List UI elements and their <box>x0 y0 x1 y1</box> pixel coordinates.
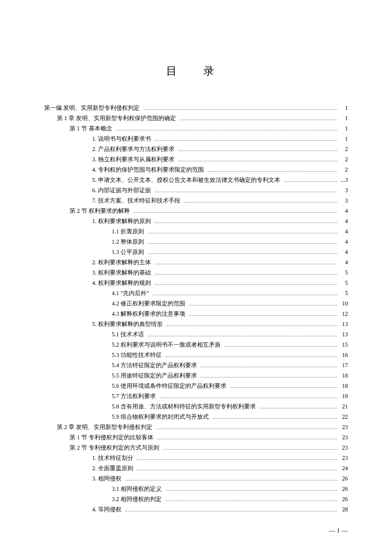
toc-leader <box>155 140 337 141</box>
toc-entry: 1.2 整体原则4 <box>44 237 348 247</box>
toc-entry-text: 第 2 节 专利侵权判定的方式与原则 <box>70 443 159 453</box>
toc-entry: 第 2 节 专利侵权判定的方式与原则23 <box>44 443 348 453</box>
toc-leader <box>189 315 337 316</box>
toc-leader <box>230 387 337 388</box>
toc-entry: 第一编 发明、实用新型专利侵权判定1 <box>44 103 348 113</box>
toc-entry: 第 1 节 基本概念1 <box>44 124 348 134</box>
toc-entry-text: 第 1 节 基本概念 <box>70 124 112 134</box>
toc-entry-page: ...3 <box>339 175 348 185</box>
toc-entry: 5.9 组合物权利要求的封闭式与开放式22 <box>44 412 348 422</box>
toc-entry: 第 2 章 发明、实用新型专利侵权判定23 <box>44 422 348 432</box>
toc-entry-text: 5.6 使用环境或条件特征限定的产品权利要求 <box>112 381 226 391</box>
toc-entry-text: 2. 权利要求解释的主体 <box>92 257 151 268</box>
toc-entry: 2. 产品权利要求与方法权利要求2 <box>44 144 348 154</box>
toc-entry: 1.1 折衷原则4 <box>44 227 348 237</box>
toc-leader <box>224 346 337 347</box>
toc-entry: 5.2 权利要求与说明书不一致或者相互矛盾15 <box>44 340 348 350</box>
toc-entry-page: 4 <box>339 227 348 237</box>
toc-entry-page: 23 <box>339 453 348 463</box>
toc-entry-page: 3 <box>339 196 348 206</box>
toc-entry-page: 2 <box>339 144 348 154</box>
toc-entry: 4. 专利权的保护范围与权利要求限定的范围2 <box>44 165 348 175</box>
toc-entry: 5. 申请文本、公开文本、授权公告文本和被生效法律文书确定的专利文本...3 <box>44 175 348 185</box>
toc-leader <box>260 408 337 408</box>
toc-leader <box>144 109 337 110</box>
toc-leader <box>155 274 337 275</box>
toc-entry: 7. 技术方案、技术特征和技术手段3 <box>44 196 348 206</box>
toc-leader <box>137 470 337 470</box>
toc-entry: 4.2 修正权利要求限定的范围10 <box>44 299 348 309</box>
toc-entry-text: 1. 说明书与权利要求书 <box>92 134 151 144</box>
toc-entry: 3. 权利要求解释的基础5 <box>44 268 348 278</box>
toc-leader <box>284 181 337 182</box>
toc-entry-text: 2. 全面覆盖原则 <box>92 463 133 474</box>
toc-entry-text: 4.2 修正权利要求限定的范围 <box>112 299 185 309</box>
toc-entry-text: 4. 等同侵权 <box>92 505 122 515</box>
toc-entry: 6. 内部证据与外部证据3 <box>44 185 348 196</box>
toc-entry-page: 4 <box>339 247 348 257</box>
toc-entry-page: 23 <box>339 422 348 432</box>
toc-entry-page: 12 <box>339 309 348 319</box>
toc-leader <box>160 398 337 398</box>
toc-entry: 5.4 方法特征限定的产品权利要求17 <box>44 360 348 371</box>
toc-leader <box>166 356 337 357</box>
toc-entry: 5. 权利要求解释的典型情形13 <box>44 319 348 329</box>
toc-entry-page: 26 <box>339 494 348 505</box>
toc-leader <box>178 161 337 161</box>
toc-entry-text: 4. 专利权的保护范围与权利要求限定的范围 <box>92 165 204 175</box>
toc-entry-page: 23 <box>339 443 348 453</box>
toc-leader <box>155 264 337 264</box>
toc-entry-text: 5. 权利要求解释的典型情形 <box>92 319 163 329</box>
toc-entry-page: 17 <box>339 360 348 371</box>
toc-leader <box>201 367 337 367</box>
toc-entry-text: 第一编 发明、实用新型专利侵权判定 <box>44 103 140 113</box>
toc-entry: 1.3 公平原则4 <box>44 247 348 257</box>
toc-entry: 2. 全面覆盖原则24 <box>44 463 348 474</box>
toc-leader <box>213 418 337 419</box>
toc-entry-page: 3 <box>339 185 348 196</box>
toc-entry-text: 4.3 解释权利要求的注意事项 <box>112 309 185 319</box>
toc-entry: 5.7 方法权利要求19 <box>44 391 348 402</box>
toc-entry: 4.1 "先内后外"5 <box>44 288 348 299</box>
toc-leader <box>148 253 337 254</box>
toc-entry: 第 1 节 专利侵权判定的比较客体23 <box>44 432 348 443</box>
toc-entry: 5.5 用途特征限定的产品权利要求18 <box>44 371 348 381</box>
toc-entry: 1. 技术特征划分23 <box>44 453 348 463</box>
toc-entry: 2. 权利要求解释的主体4 <box>44 257 348 268</box>
toc-entry: 5.1 技术术语13 <box>44 329 348 340</box>
toc-leader <box>155 223 337 223</box>
toc-leader <box>178 151 337 151</box>
toc-entry-text: 4. 权利要求解释的规则 <box>92 278 151 288</box>
toc-leader <box>208 171 337 172</box>
toc-entry-text: 5.1 技术术语 <box>112 329 144 340</box>
toc-entry-page: 4 <box>339 206 348 216</box>
toc-leader <box>184 202 337 202</box>
toc-entry-page: 4 <box>339 237 348 247</box>
toc-leader <box>163 449 337 450</box>
toc-entry-page: 5 <box>339 278 348 288</box>
toc-entry: 第 1 章 发明、实用新型专利权保护范围的确定1 <box>44 113 348 124</box>
toc-entry-text: 1.1 折衷原则 <box>112 227 144 237</box>
toc-entry-text: 第 2 节 权利要求的解释 <box>70 206 130 216</box>
toc-entry: 3. 独立权利要求与从属权利要求2 <box>44 154 348 165</box>
toc-entry-text: 5.9 组合物权利要求的封闭式与开放式 <box>112 412 209 422</box>
toc-entry-text: 5. 申请文本、公开文本、授权公告文本和被生效法律文书确定的专利文本 <box>92 175 280 185</box>
toc-entry: 3.1 相同侵权的定义26 <box>44 484 348 494</box>
toc-entry-page: 1 <box>339 124 348 134</box>
toc-leader <box>201 377 337 378</box>
toc-leader <box>157 439 337 439</box>
toc-entry-page: 28 <box>339 505 348 515</box>
toc-entry: 第 2 节 权利要求的解释4 <box>44 206 348 216</box>
toc-leader <box>148 243 337 244</box>
toc-leader <box>166 490 337 491</box>
toc-entry-page: 13 <box>339 329 348 340</box>
toc-entry-page: 5 <box>339 288 348 299</box>
toc-entry-text: 1.2 整体原则 <box>112 237 144 247</box>
toc-entry-text: 3.1 相同侵权的定义 <box>112 484 162 494</box>
toc-leader <box>148 233 337 233</box>
toc-entry: 3. 相同侵权26 <box>44 474 348 484</box>
toc-entry-text: 第 2 章 发明、实用新型专利侵权判定 <box>57 422 152 432</box>
toc-entry-text: 1. 技术特征划分 <box>92 453 133 463</box>
toc-entry-text: 7. 技术方案、技术特征和技术手段 <box>92 196 180 206</box>
toc-leader <box>155 192 337 192</box>
